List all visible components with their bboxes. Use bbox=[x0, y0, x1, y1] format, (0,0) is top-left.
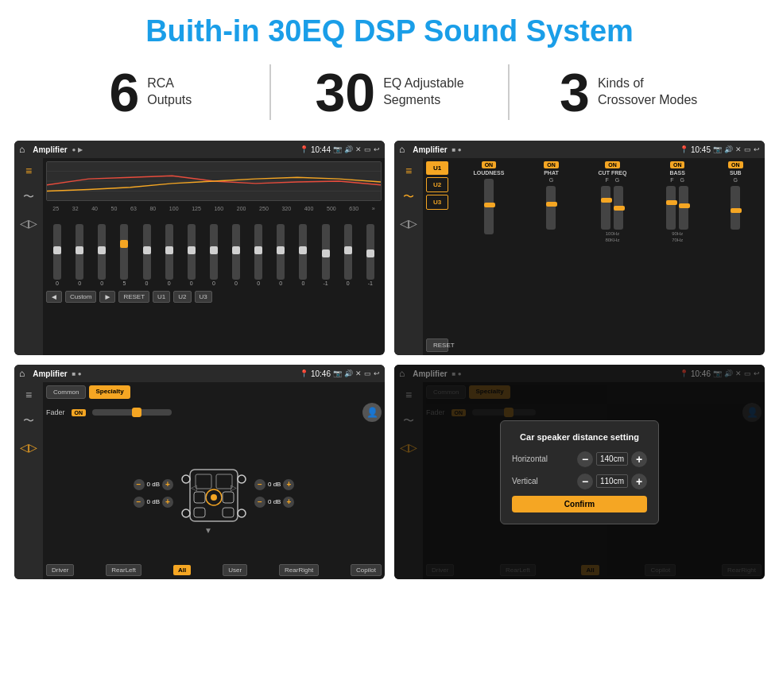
u2-btn-2[interactable]: U2 bbox=[426, 177, 448, 192]
screen1-main: 2532405063 80100125160200 25032040050063… bbox=[43, 158, 385, 355]
loudness-on[interactable]: ON bbox=[482, 161, 497, 168]
user-btn-3[interactable]: User bbox=[223, 564, 247, 576]
eq-slider-13[interactable]: 0 bbox=[344, 224, 352, 286]
db-plus-tl[interactable]: + bbox=[162, 479, 173, 490]
tab-specialty-3[interactable]: Specialty bbox=[89, 385, 130, 399]
phat-on[interactable]: ON bbox=[544, 161, 559, 168]
u2-btn-1[interactable]: U2 bbox=[173, 291, 191, 303]
fader-on-badge[interactable]: ON bbox=[72, 409, 87, 416]
horizontal-minus-btn[interactable]: − bbox=[577, 451, 593, 467]
driver-btn-3[interactable]: Driver bbox=[46, 564, 74, 576]
cutfreq-on[interactable]: ON bbox=[605, 161, 620, 168]
more-icon[interactable]: » bbox=[372, 206, 375, 211]
reset-btn-2[interactable]: RESET bbox=[426, 338, 448, 352]
stat-divider-1 bbox=[269, 64, 271, 120]
db-plus-br[interactable]: + bbox=[283, 497, 294, 508]
tab-common-3[interactable]: Common bbox=[46, 385, 86, 399]
back-icon-3[interactable]: ↩ bbox=[374, 369, 380, 377]
db-minus-bl[interactable]: − bbox=[134, 497, 145, 508]
back-icon-2[interactable]: ↩ bbox=[754, 145, 760, 153]
window-icon-1: ▭ bbox=[364, 145, 371, 153]
home-icon-1[interactable]: ⌂ bbox=[19, 144, 25, 155]
db-plus-bl[interactable]: + bbox=[162, 497, 173, 508]
wave-icon-2[interactable]: 〜 bbox=[403, 190, 414, 204]
rearright-btn-3[interactable]: RearRight bbox=[279, 564, 319, 576]
camera-icon-2: 📷 bbox=[713, 145, 722, 153]
window-icon-3: ▭ bbox=[364, 369, 371, 377]
eq-slider-7[interactable]: 0 bbox=[210, 224, 218, 286]
screenshots-grid: ⌂ Amplifier ● ▶ 📍 10:44 📷 🔊 ✕ ▭ ↩ ≡ 〜 ◁▷ bbox=[0, 134, 779, 594]
eq-icon-3[interactable]: ≡ bbox=[25, 389, 32, 401]
cutfreq-label: CUT FREQ bbox=[599, 170, 627, 176]
eq-slider-5[interactable]: 0 bbox=[165, 224, 173, 286]
svg-rect-6 bbox=[216, 474, 232, 489]
home-icon-2[interactable]: ⌂ bbox=[399, 144, 405, 155]
eq-slider-10[interactable]: 0 bbox=[277, 224, 285, 286]
eq-icon-1[interactable]: ≡ bbox=[25, 164, 32, 177]
eq-slider-3[interactable]: 5 bbox=[120, 224, 128, 286]
right-db-controls: − 0 dB + − 0 dB + bbox=[254, 479, 294, 508]
camera-icon-1: 📷 bbox=[333, 145, 342, 153]
vertical-plus-btn[interactable]: + bbox=[631, 474, 647, 489]
db-minus-tl[interactable]: − bbox=[134, 479, 145, 490]
eq-slider-4[interactable]: 0 bbox=[143, 224, 151, 286]
u1-btn-1[interactable]: U1 bbox=[153, 291, 170, 303]
all-btn-3[interactable]: All bbox=[173, 565, 191, 575]
time-1: 10:44 bbox=[311, 145, 331, 154]
profile-icon-3[interactable]: 👤 bbox=[362, 403, 382, 422]
eq-slider-11[interactable]: 0 bbox=[299, 224, 307, 286]
eq-slider-9[interactable]: 0 bbox=[254, 224, 262, 286]
custom-label-btn[interactable]: Custom bbox=[65, 291, 97, 303]
wave-icon-1[interactable]: 〜 bbox=[23, 190, 34, 204]
back-icon-1[interactable]: ↩ bbox=[374, 145, 380, 153]
db-minus-tr[interactable]: − bbox=[254, 479, 265, 490]
fader-track[interactable] bbox=[92, 409, 172, 416]
screen2-main: U1 U2 U3 RESET ON LOUDNESS bbox=[423, 158, 765, 355]
next-arrow-btn[interactable]: ► bbox=[99, 291, 115, 303]
home-icon-3[interactable]: ⌂ bbox=[19, 368, 25, 379]
eq-slider-14[interactable]: -1 bbox=[366, 224, 374, 286]
confirm-button[interactable]: Confirm bbox=[512, 496, 647, 512]
loudness-col: ON LOUDNESS bbox=[473, 161, 504, 352]
u3-btn-2[interactable]: U3 bbox=[426, 195, 448, 210]
horizontal-plus-btn[interactable]: + bbox=[631, 451, 647, 467]
eq-slider-2[interactable]: 0 bbox=[98, 224, 106, 286]
cutfreq-slider-g[interactable] bbox=[614, 186, 623, 230]
eq-slider-6[interactable]: 0 bbox=[188, 224, 196, 286]
rearleft-btn-3[interactable]: RearLeft bbox=[106, 564, 141, 576]
bass-on[interactable]: ON bbox=[670, 161, 685, 168]
eq-slider-8[interactable]: 0 bbox=[232, 224, 240, 286]
bass-slider-f[interactable] bbox=[666, 186, 676, 230]
eq-icon-2[interactable]: ≡ bbox=[405, 164, 412, 177]
screen-1: ⌂ Amplifier ● ▶ 📍 10:44 📷 🔊 ✕ ▭ ↩ ≡ 〜 ◁▷ bbox=[14, 141, 385, 355]
cutfreq-slider-f[interactable] bbox=[601, 186, 610, 230]
sub-on[interactable]: ON bbox=[728, 161, 743, 168]
reset-btn-1[interactable]: RESET bbox=[118, 291, 149, 303]
eq-slider-0[interactable]: 0 bbox=[53, 224, 61, 286]
u3-btn-1[interactable]: U3 bbox=[195, 291, 212, 303]
prev-arrow-btn[interactable]: ◄ bbox=[46, 291, 62, 303]
sub-slider[interactable] bbox=[731, 186, 740, 230]
loudness-slider[interactable] bbox=[484, 179, 494, 234]
volume-icon-1[interactable]: ◁▷ bbox=[20, 217, 37, 230]
volume-icon-2[interactable]: ◁▷ bbox=[400, 217, 417, 230]
db-val-bl: 0 dB bbox=[147, 498, 160, 505]
bass-slider-g[interactable] bbox=[679, 186, 688, 230]
db-ctrl-bl: − 0 dB + bbox=[134, 497, 173, 508]
db-minus-br[interactable]: − bbox=[254, 497, 265, 508]
u1-btn-2[interactable]: U1 bbox=[426, 161, 448, 175]
screen-4: ⌂ Amplifier ■ ● 📍 10:46 📷 🔊 ✕ ▭ ↩ ≡ 〜 ◁▷ bbox=[394, 365, 765, 579]
volume-icon-3[interactable]: ◁▷ bbox=[20, 441, 37, 454]
db-val-tr: 0 dB bbox=[268, 481, 281, 488]
svg-rect-5 bbox=[196, 474, 211, 489]
wave-icon-3[interactable]: 〜 bbox=[23, 414, 34, 428]
eq-slider-1[interactable]: 0 bbox=[76, 224, 83, 286]
vertical-minus-btn[interactable]: − bbox=[577, 474, 593, 489]
copilot-btn-3[interactable]: Copilot bbox=[351, 564, 382, 576]
stat-label-rca: RCA Outputs bbox=[147, 75, 192, 109]
db-plus-tr[interactable]: + bbox=[283, 479, 294, 490]
horizontal-value: 140cm bbox=[596, 452, 628, 466]
eq-slider-12[interactable]: -1 bbox=[322, 224, 330, 286]
x-icon-2: ✕ bbox=[735, 145, 742, 153]
phat-slider[interactable] bbox=[546, 186, 556, 230]
